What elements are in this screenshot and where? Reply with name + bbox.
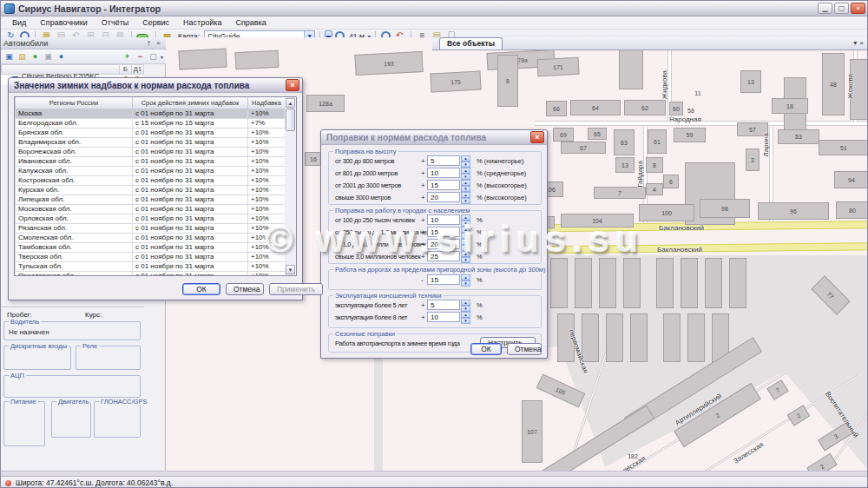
region-row[interactable]: Воронежская обл.с 01 ноября по 31 марта+… bbox=[16, 147, 286, 156]
chevron-down-icon[interactable]: ▾ bbox=[161, 54, 163, 60]
spin-up-icon[interactable]: ▲ bbox=[461, 214, 470, 221]
spin-up-icon[interactable]: ▲ bbox=[461, 239, 470, 245]
tab-all-objects[interactable]: Все объекты bbox=[439, 37, 503, 49]
vehicle-key-icon[interactable]: ▣ bbox=[3, 52, 15, 63]
spin-down-icon[interactable]: ▼ bbox=[461, 198, 470, 204]
spin-up-icon[interactable]: ▲ bbox=[461, 168, 470, 174]
window-titlebar: Сириус Навигатор - Интегратор ▁ ▢ × bbox=[1, 1, 868, 16]
spin-input[interactable]: 25 bbox=[427, 251, 460, 261]
ok-button[interactable]: ОК bbox=[182, 283, 220, 295]
region-row[interactable]: Курская обл.с 01 ноября по 31 марта+10% bbox=[16, 185, 286, 195]
ok-button[interactable]: ОК bbox=[470, 343, 502, 355]
region-row[interactable]: Брянская обл.с 01 ноября по 31 марта+10% bbox=[16, 128, 286, 137]
region-row[interactable]: Калужская обл.с 01 ноября по 31 марта+10… bbox=[16, 166, 286, 175]
region-row[interactable]: Тамбовская обл.с 01 ноября по 31 марта+1… bbox=[16, 242, 286, 252]
pin-icon[interactable]: † bbox=[144, 39, 154, 47]
region-row[interactable]: Липецкая обл.с 01 ноября по 31 марта+10% bbox=[16, 195, 286, 204]
table-column-0[interactable]: Регионы России bbox=[16, 97, 133, 109]
close-icon[interactable]: × bbox=[530, 131, 544, 143]
spin-input[interactable]: 10 bbox=[427, 312, 460, 322]
map-building: 11 bbox=[687, 86, 709, 101]
spin-up-icon[interactable]: ▲ bbox=[461, 251, 470, 257]
spin-down-icon[interactable]: ▼ bbox=[461, 257, 470, 263]
coordinates-text: Широта: 47.42461°с.ш. Долгота: 40.06243°… bbox=[16, 478, 173, 487]
columns-icon[interactable]: ▢ bbox=[148, 52, 159, 63]
close-tab-icon[interactable]: × bbox=[859, 39, 864, 47]
report-icon[interactable]: ▤ bbox=[16, 52, 28, 63]
spin-up-icon[interactable]: ▲ bbox=[461, 192, 470, 198]
spin-up-icon[interactable]: ▲ bbox=[461, 155, 470, 162]
region-row[interactable]: Московская обл.с 01 ноября по 31 марта+1… bbox=[16, 204, 286, 214]
scroll-thumb[interactable] bbox=[286, 109, 295, 131]
scroll-down-icon[interactable]: ▼ bbox=[286, 265, 295, 274]
close-panel-icon[interactable]: × bbox=[154, 39, 163, 47]
spin-up-icon[interactable]: ▲ bbox=[461, 227, 470, 233]
spin-input[interactable]: 15 bbox=[427, 180, 460, 190]
maximize-button[interactable]: ▢ bbox=[834, 3, 849, 14]
table-column-1[interactable]: Срок действия зимних надбавок bbox=[133, 97, 248, 109]
adc-group: АЦП bbox=[3, 375, 141, 398]
street-label: Баклановский bbox=[659, 224, 704, 232]
spin-up-icon[interactable]: ▲ bbox=[461, 274, 470, 280]
chevron-down-icon[interactable]: ▾ bbox=[853, 39, 857, 47]
spin-up-icon[interactable]: ▲ bbox=[461, 300, 470, 306]
column-header-Д1[interactable]: Д1 bbox=[132, 64, 144, 75]
menu-item-сервис[interactable]: Сервис bbox=[136, 17, 175, 28]
map-building: 80 bbox=[836, 201, 868, 219]
region-row[interactable]: Тульская обл.с 01 ноября по 31 марта+10% bbox=[16, 261, 286, 271]
menu-item-справка[interactable]: Справка bbox=[229, 17, 272, 28]
globe-green-icon[interactable]: ● bbox=[30, 52, 41, 63]
region-row[interactable]: Костромская обл.с 01 ноября по 31 марта+… bbox=[16, 175, 286, 185]
corrections-dialog-titlebar[interactable]: Поправки к нормам расхода топлива × bbox=[321, 130, 547, 145]
menu-item-вид[interactable]: Вид bbox=[6, 17, 32, 28]
remove-icon[interactable]: − bbox=[135, 52, 146, 63]
spin-down-icon[interactable]: ▼ bbox=[461, 280, 470, 287]
cancel-button[interactable]: Отмена bbox=[226, 283, 264, 295]
table-scrollbar[interactable]: ▲ ▼ bbox=[285, 96, 297, 276]
region-row[interactable]: Ивановская обл.с 01 ноября по 31 марта+1… bbox=[16, 156, 286, 166]
map-building bbox=[623, 258, 641, 308]
close-button[interactable]: × bbox=[851, 3, 865, 14]
close-icon[interactable]: × bbox=[286, 79, 299, 91]
spin-input[interactable]: 10 bbox=[427, 214, 460, 225]
region-row[interactable]: Ярославская обл.с 01 ноября по 31 марта+… bbox=[16, 271, 286, 276]
spin-row: свыше 3,0 миллионов человек+25▲▼% bbox=[329, 250, 541, 262]
spin-up-icon[interactable]: ▲ bbox=[461, 180, 470, 186]
globe-blue-icon[interactable]: ● bbox=[56, 52, 67, 63]
spin-input[interactable]: 5 bbox=[427, 300, 460, 310]
spin-input[interactable]: 20 bbox=[427, 239, 460, 249]
add-icon[interactable]: + bbox=[122, 52, 133, 63]
region-row[interactable]: Владимирская обл.с 01 ноября по 31 марта… bbox=[16, 137, 286, 147]
spin-up-icon[interactable]: ▲ bbox=[461, 312, 470, 318]
altitude-group: Поправка на высоту от 300 до 800 метров+… bbox=[328, 151, 542, 205]
spin-row: от 1,0 до 3,0 миллионов человек+20▲▼% bbox=[329, 238, 541, 250]
spin-down-icon[interactable]: ▼ bbox=[461, 318, 470, 324]
region-row[interactable]: Смоленская обл.с 01 ноября по 31 марта+1… bbox=[16, 233, 286, 242]
map-building bbox=[575, 258, 592, 308]
menu-item-справочники[interactable]: Справочники bbox=[34, 17, 94, 28]
region-row[interactable]: Рязанская обл.с 01 ноября по 31 марта+10… bbox=[16, 223, 286, 233]
table-column-2[interactable]: Надбавка bbox=[248, 97, 286, 109]
menu-item-настройка[interactable]: Настройка bbox=[177, 17, 227, 28]
region-row[interactable]: Тверская обл.с 01 ноября по 31 марта+10% bbox=[16, 252, 286, 261]
spin-input[interactable]: 15 bbox=[427, 227, 460, 237]
map-building: 171 bbox=[537, 57, 580, 76]
apply-button[interactable]: Применить bbox=[269, 283, 323, 295]
spin-input[interactable]: 15 bbox=[427, 274, 460, 285]
region-row[interactable]: Белгородская обл.с 15 ноября по 15 марта… bbox=[16, 118, 286, 128]
scroll-up-icon[interactable]: ▲ bbox=[286, 98, 295, 108]
minimize-button[interactable]: ▁ bbox=[818, 3, 832, 14]
vehicles-toolbar: ▣▤●▣●+−▢▾ bbox=[1, 50, 166, 64]
spin-input[interactable]: 10 bbox=[427, 168, 460, 178]
spin-input[interactable]: 5 bbox=[427, 155, 460, 166]
cancel-button[interactable]: Отмена bbox=[507, 343, 542, 355]
winter-dialog-titlebar[interactable]: Значения зимних надбавок к нормам расход… bbox=[9, 78, 302, 93]
region-row[interactable]: Орловская обл.с 01 ноября по 31 марта+10… bbox=[16, 214, 286, 223]
spin-input[interactable]: 20 bbox=[427, 192, 460, 202]
map-building: 64 bbox=[570, 100, 621, 115]
menu-item-отчёты[interactable]: Отчёты bbox=[95, 17, 135, 28]
regions-table: Регионы РоссииСрок действия зимних надба… bbox=[14, 96, 286, 276]
camera-icon[interactable]: ▣ bbox=[43, 52, 54, 63]
spin-row: -15▲▼% bbox=[329, 274, 541, 286]
region-row[interactable]: Москвас 01 ноября по 31 марта+10% bbox=[16, 109, 286, 118]
